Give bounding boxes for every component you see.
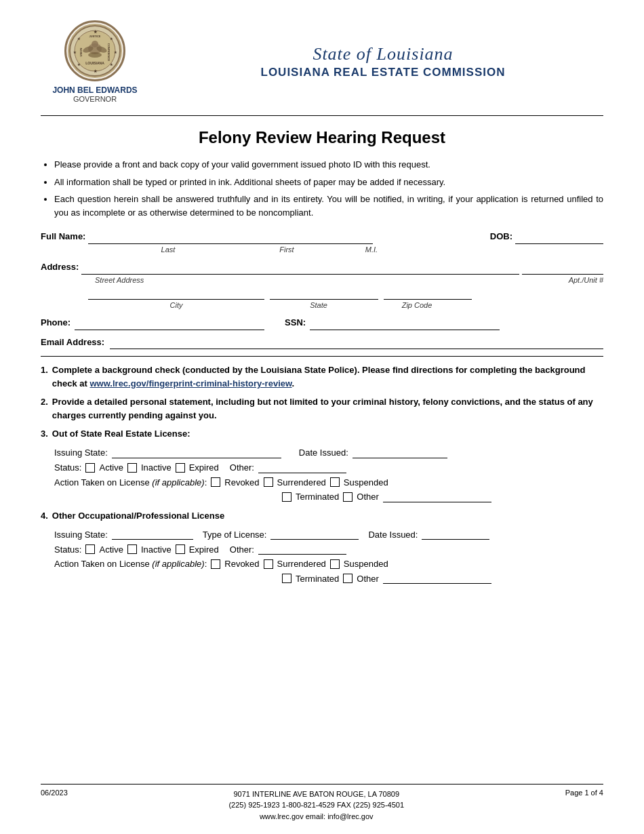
zip-input[interactable] [384,287,472,300]
footer-website: www.lrec.gov email: info@lrec.gov [228,811,404,822]
suspended-4-label: Suspended [344,559,388,569]
footer-date: 06/2023 [41,789,68,822]
terminated-4-checkbox[interactable] [282,574,291,583]
governor-name: JOHN BEL EDWARDS [52,85,137,95]
status-4-label: Status: [54,544,81,555]
license-4-issuing-row: Issuing State: Type of License: Date Iss… [54,529,603,540]
instruction-1: Please provide a front and back copy of … [54,158,603,172]
name-group: Full Name: [41,230,470,244]
ssn-input[interactable] [310,317,500,330]
footer-page: Page 1 of 4 [565,789,603,822]
section-divider [41,356,603,357]
apt-unit-input[interactable] [522,261,603,274]
active-4-checkbox[interactable] [85,544,95,554]
instruction-2: All information shall be typed or printe… [54,176,603,189]
date-issued-4-input[interactable] [422,529,489,540]
active-4-label: Active [99,544,123,555]
license-3-terminated-row: Terminated Other [282,492,603,502]
zip-sublabel: Zip Code [373,301,461,309]
svg-text:UNION: UNION [79,47,83,56]
section-1-num: 1. [41,363,48,390]
license-section-4: Issuing State: Type of License: Date Iss… [54,529,603,584]
revoked-3-label: Revoked [224,477,259,488]
inactive-3-label: Inactive [141,462,172,473]
dob-label: DOB: [490,230,512,244]
date-issued-3-input[interactable] [353,448,447,458]
other2-3-label: Other [357,492,379,502]
expired-3-checkbox[interactable] [176,463,185,473]
ssn-group: SSN: [285,316,500,330]
license-4-terminated-row: Terminated Other [282,573,603,584]
license-section-3: Issuing State: Date Issued: Status: Acti… [54,448,603,502]
revoked-4-checkbox[interactable] [211,559,220,569]
other2-4-checkbox[interactable] [343,574,353,583]
apt-unit-sublabel: Apt./Unit # [522,276,603,284]
section-4-num: 4. [41,509,48,523]
revoked-3-checkbox[interactable] [211,477,220,487]
license-4-action-row: Action Taken on License (if applicable):… [54,559,603,569]
phone-input[interactable] [75,317,264,330]
dob-input[interactable] [515,231,603,244]
suspended-3-label: Suspended [344,477,388,488]
surrendered-4-checkbox[interactable] [264,559,273,569]
other2-3-checkbox[interactable] [343,492,353,502]
state-seal: ★ ★ ★ ★ ★ ★ ★ ★ [64,20,125,81]
license-3-action-row: Action Taken on License (if applicable):… [54,477,603,488]
type-license-4-input[interactable] [270,529,359,540]
other2-4-input[interactable] [383,573,491,584]
other2-3-input[interactable] [383,492,491,502]
governor-title: GOVERNOR [73,95,117,103]
footer-center: 9071 INTERLINE AVE BATON ROUGE, LA 70809… [228,789,404,822]
expired-4-checkbox[interactable] [176,544,185,554]
email-row: Email Address: [41,336,603,350]
inactive-3-checkbox[interactable] [127,463,137,473]
section-4-text: Other Occupational/Professional License [52,509,224,523]
state-input[interactable] [270,287,378,300]
active-3-checkbox[interactable] [85,463,95,473]
issuing-state-4-input[interactable] [112,529,193,540]
license-3-status-row: Status: Active Inactive Expired Other: [54,462,603,473]
other-4-label: Other: [230,544,254,555]
other-4-input[interactable] [258,544,346,555]
section-1: 1. Complete a background check (conducte… [41,363,603,390]
suspended-4-checkbox[interactable] [330,559,340,569]
inactive-4-label: Inactive [141,544,172,555]
phone-label: Phone: [41,316,71,330]
terminated-3-label: Terminated [296,492,339,502]
active-3-label: Active [99,462,123,473]
form-title: Felony Review Hearing Request [41,128,603,147]
inactive-4-checkbox[interactable] [127,544,137,554]
issuing-state-3-input[interactable] [112,448,281,458]
svg-point-14 [88,52,102,58]
other-3-input[interactable] [258,462,346,473]
action-4-label: Action Taken on License (if applicable): [54,559,207,569]
surrendered-3-checkbox[interactable] [264,477,273,487]
section-2-text: Provide a detailed personal statement, i… [52,395,603,422]
background-check-link[interactable]: www.lrec.gov/fingerprint-criminal-histor… [90,378,292,389]
section-2: 2. Provide a detailed personal statement… [41,395,603,422]
dob-group: DOB: [490,230,603,244]
phone-ssn-row: Phone: SSN: [41,316,603,330]
section-4-header: 4. Other Occupational/Professional Licen… [41,509,603,523]
street-address-input[interactable] [81,261,519,274]
expired-4-label: Expired [189,544,219,555]
terminated-3-checkbox[interactable] [282,492,291,502]
state-title: State of Louisiana [163,44,603,64]
phone-group: Phone: [41,316,264,330]
instruction-3: Each question herein shall be answered t… [54,193,603,219]
full-name-input[interactable] [88,231,373,244]
suspended-3-checkbox[interactable] [330,477,340,487]
commission-title: LOUISIANA REAL ESTATE COMMISSION [163,66,603,79]
other2-4-label: Other [357,574,379,584]
full-name-label: Full Name: [41,230,85,244]
action-3-label: Action Taken on License (if applicable): [54,477,207,488]
address-label: Address: [41,260,79,275]
seal-svg: ★ ★ ★ ★ ★ ★ ★ ★ [69,25,121,77]
city-input[interactable] [88,287,264,300]
license-4-status-row: Status: Active Inactive Expired Other: [54,544,603,555]
expired-3-label: Expired [189,462,219,473]
email-label: Email Address: [41,336,104,350]
email-input[interactable] [110,336,603,349]
city-state-zip-row [88,287,603,300]
date-issued-4-label: Date Issued: [368,530,418,540]
